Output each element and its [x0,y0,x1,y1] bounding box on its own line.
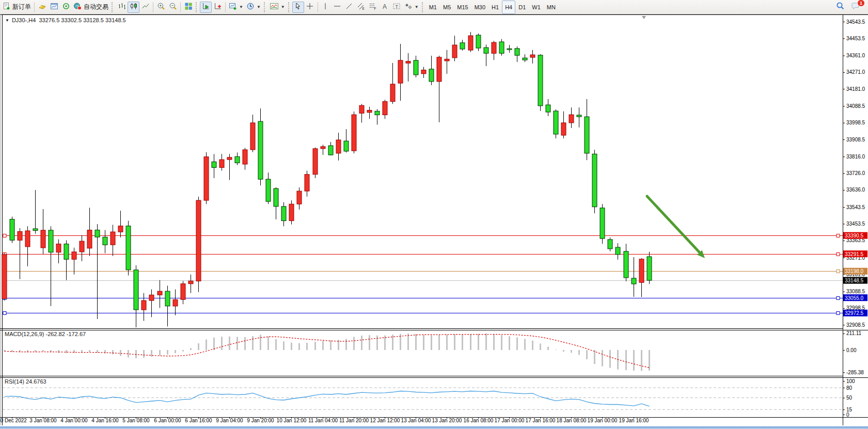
svg-text:33390.5: 33390.5 [845,233,864,239]
candle [460,43,465,49]
timeframe-H1[interactable]: H1 [488,1,502,14]
svg-text:33088.5: 33088.5 [846,289,865,294]
svg-text:33998.5: 33998.5 [846,120,865,125]
candle [507,49,512,50]
candle [258,121,263,179]
svg-text:10 Jan 12:00: 10 Jan 12:00 [277,418,307,423]
macd-indicator-label: MACD(12,26,9) -262.82 -172.67 [5,331,86,337]
svg-text:17 Jan 16:00: 17 Jan 16:00 [526,418,556,423]
text-tool[interactable]: A [379,2,391,13]
line-handle [837,234,840,237]
svg-text:A: A [383,3,387,10]
chart-shift-button[interactable] [212,2,224,13]
collapse-triangle-icon[interactable]: ▼ [5,18,9,23]
candle [126,226,131,270]
candle [344,141,349,151]
svg-text:33198.0: 33198.0 [845,268,864,274]
chart-canvas[interactable]: 34543.534453.534361.034271.034181.034088… [0,0,868,426]
arrows-icon [404,2,413,12]
fibonacci-icon: F [369,2,377,12]
line-chart-button[interactable] [139,2,151,13]
svg-text:T: T [396,4,399,9]
text-label-icon: T [392,2,401,12]
candle [33,229,38,231]
svg-text:34088.5: 34088.5 [846,103,865,109]
candle [305,174,309,191]
channel-tool[interactable]: E [355,2,367,13]
new-order-icon [3,2,11,12]
toolbar-grip [196,2,198,12]
svg-text:E: E [362,7,365,10]
timeframe-M15[interactable]: M15 [454,1,471,14]
tile-windows-button[interactable] [182,2,194,13]
new-order-button[interactable]: 新订单 [1,2,33,13]
candlestick-chart-button[interactable] [128,2,139,13]
zoom-out-icon [169,2,177,12]
timeframe-M5[interactable]: M5 [440,1,454,14]
candle [647,257,652,280]
timeframe-MN[interactable]: MN [544,1,559,14]
candle [149,295,154,300]
svg-text:34181.0: 34181.0 [846,86,865,92]
cursor-tool-button[interactable] [292,2,304,13]
line-handle [837,253,840,256]
taskbar-strip [0,426,868,429]
caret-down-icon: ▼ [415,5,419,9]
autotrade-button[interactable]: 自动交易 [72,2,110,13]
candle [72,252,76,259]
chart-window-button[interactable] [48,2,60,13]
candle [624,251,628,278]
timeframe-H4[interactable]: H4 [502,1,515,14]
candle [336,140,341,153]
separator [34,2,35,12]
svg-text:13 Jan 04:00: 13 Jan 04:00 [401,418,431,423]
gold-bar-icon [38,2,46,12]
svg-text:34453.5: 34453.5 [846,36,865,41]
tile-windows-icon [184,2,193,12]
svg-text:19 Jan 00:00: 19 Jan 00:00 [588,418,618,423]
indicators-dropdown[interactable]: ▼ [268,2,287,13]
toolbar: 新订单 [0,0,868,14]
candle [484,47,488,53]
candle [141,300,146,310]
crosshair-tool-button[interactable] [304,2,316,13]
timeframe-W1[interactable]: W1 [529,1,544,14]
candle [546,105,550,112]
candle [414,60,418,75]
signal-button[interactable] [60,2,72,13]
text-label-tool[interactable]: T [391,2,403,13]
new-order-label: 新订单 [12,3,31,11]
candlestick-chart-icon [130,2,138,12]
candle [41,230,45,248]
search-button[interactable] [834,2,846,13]
toolbar-grip [264,2,266,12]
notifications-button[interactable]: 1 [849,2,862,13]
line-chart-icon [141,2,150,12]
toolbar-grip [422,2,424,12]
zoom-out-button[interactable] [167,2,179,13]
line-handle [837,297,840,300]
arrows-dropdown[interactable]: ▼ [403,2,420,13]
zoom-in-button[interactable] [155,2,167,13]
new-chart-dropdown[interactable]: ▼ [227,2,245,13]
timeframe-D1[interactable]: D1 [515,1,529,14]
candle [10,219,14,241]
candle [429,69,434,82]
fibonacci-tool[interactable]: F [367,2,379,13]
trendline-tool[interactable] [343,2,355,13]
svg-text:50: 50 [846,395,853,401]
timeframe-M30[interactable]: M30 [471,1,488,14]
vertical-line-tool[interactable] [320,2,332,13]
chart-header-text: DJ30-,H4 33276.5 33302.5 33128.5 33148.5 [12,17,126,23]
periods-dropdown[interactable]: ▼ [245,2,262,13]
candle [196,200,201,281]
horizontal-line-tool[interactable] [332,2,343,13]
equidistant-channel-icon: E [357,2,365,12]
market-watch-button[interactable] [36,2,48,13]
separator [153,2,153,12]
auto-scroll-button[interactable] [200,2,212,13]
notification-badge: 1 [857,0,865,7]
timeframe-M1[interactable]: M1 [426,1,440,14]
candle [421,70,426,74]
bar-chart-button[interactable] [116,2,128,13]
